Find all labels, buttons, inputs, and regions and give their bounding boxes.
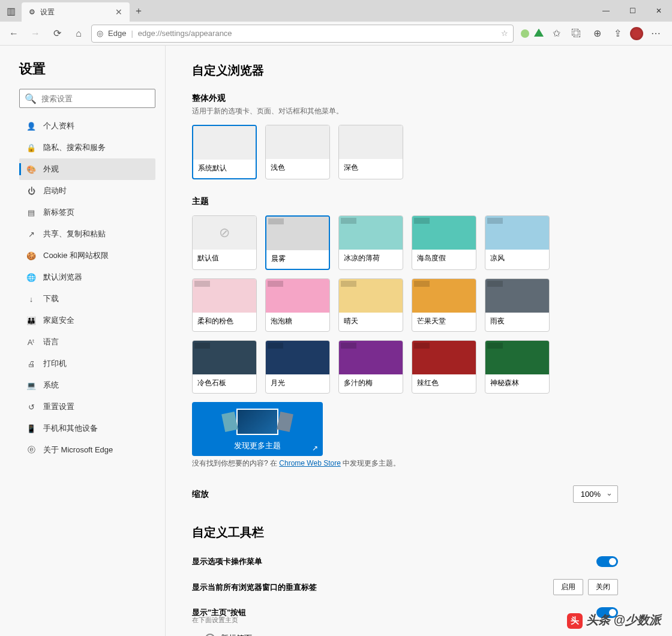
nav-newtab[interactable]: ▤新标签页 [19, 202, 155, 223]
nav-system[interactable]: 💻系统 [19, 374, 155, 396]
system-icon: 💻 [26, 381, 36, 390]
download-icon: ↓ [26, 295, 36, 304]
theme-card[interactable]: 雨夜 [485, 278, 550, 332]
theme-card[interactable]: 晨雾 [265, 215, 330, 270]
ext-dot-1[interactable] [521, 29, 529, 38]
theme-card[interactable]: 多汁的梅 [338, 340, 403, 394]
favorite-icon[interactable]: ☆ [501, 29, 508, 38]
extensions-icon[interactable]: ⊕ [589, 26, 605, 41]
nav-cookies[interactable]: 🍪Cookie 和网站权限 [19, 245, 155, 266]
search-icon: 🔍 [25, 93, 37, 104]
person-icon: 👤 [26, 122, 36, 131]
settings-title: 设置 [19, 60, 155, 78]
gear-icon: ⚙ [29, 8, 35, 16]
nav-default-browser[interactable]: 🌐默认浏览器 [19, 266, 155, 288]
nav-downloads[interactable]: ↓下载 [19, 288, 155, 310]
theme-help: 没有找到你想要的内容? 在 Chrome Web Store 中发现更多主题。 [192, 458, 618, 469]
power-icon: ⏻ [26, 187, 36, 196]
site-identity-icon: ◎ [97, 29, 103, 38]
minimize-button[interactable]: ― [593, 0, 619, 22]
lock-icon: 🔒 [26, 143, 36, 152]
theme-card[interactable]: 神秘森林 [485, 340, 550, 394]
cookie-icon: 🍪 [26, 251, 36, 260]
shield-icon[interactable] [534, 29, 544, 38]
theme-title: 主题 [192, 196, 618, 207]
language-icon: Aᵗ [26, 338, 36, 347]
forward-button[interactable]: → [26, 25, 44, 43]
nav-about[interactable]: ⓔ关于 Microsoft Edge [19, 439, 155, 461]
nav-reset[interactable]: ↺重置设置 [19, 396, 155, 418]
zoom-select[interactable]: 100% [573, 485, 618, 503]
share-icon[interactable]: ⇪ [610, 26, 625, 41]
edge-label: Edge [108, 29, 126, 38]
nav-family[interactable]: 👪家庭安全 [19, 310, 155, 331]
toolbar-heading: 自定义工具栏 [192, 524, 618, 541]
theme-card[interactable]: 柔和的粉色 [192, 278, 257, 332]
nav-language[interactable]: Aᵗ语言 [19, 331, 155, 353]
nav-appearance[interactable]: 🎨外观 [19, 158, 155, 180]
collections-icon[interactable]: ⿻ [569, 26, 584, 41]
tab-menu-toggle[interactable] [596, 556, 618, 567]
search-input[interactable] [41, 94, 150, 103]
browser-tab[interactable]: ⚙ 设置 ✕ [22, 2, 130, 22]
theme-card[interactable]: 海岛度假 [412, 215, 476, 270]
overall-title: 整体外观 [192, 93, 618, 104]
profile-avatar[interactable] [630, 27, 643, 40]
family-icon: 👪 [26, 316, 36, 325]
theme-card[interactable]: 冷色石板 [192, 340, 257, 394]
tab-icon: ▤ [26, 208, 36, 217]
theme-card[interactable]: 冰凉的薄荷 [338, 215, 403, 270]
enable-button[interactable]: 启用 [553, 579, 583, 595]
theme-card[interactable]: ⊘默认值 [192, 215, 257, 270]
more-icon[interactable]: ⋯ [648, 26, 664, 41]
page-heading: 自定义浏览器 [192, 62, 618, 79]
tab-title: 设置 [40, 7, 55, 17]
back-button[interactable]: ← [5, 25, 23, 43]
reset-icon: ↺ [26, 403, 36, 412]
theme-card[interactable]: 月光 [265, 340, 330, 394]
search-settings[interactable]: 🔍 [19, 89, 155, 108]
open-icon: ↗ [312, 444, 318, 452]
home-sub: 在下面设置主页 [192, 616, 618, 625]
zoom-title: 缩放 [192, 489, 209, 500]
theme-card[interactable]: 芒果天堂 [412, 278, 476, 332]
printer-icon: 🖨 [26, 359, 36, 368]
nav-privacy[interactable]: 🔒隐私、搜索和服务 [19, 137, 155, 158]
paint-icon: 🎨 [26, 165, 36, 174]
url-text: edge://settings/appearance [138, 29, 232, 38]
nav-startup[interactable]: ⏻启动时 [19, 180, 155, 202]
edge-icon: ⓔ [26, 445, 36, 455]
theme-card[interactable]: 凉风 [485, 215, 550, 270]
appearance-light[interactable]: 浅色 [265, 125, 330, 179]
appearance-dark[interactable]: 深色 [338, 125, 403, 179]
browser-icon: 🌐 [26, 273, 36, 282]
watermark: 头头条 @少数派 [567, 612, 661, 629]
nav-profile[interactable]: 👤个人资料 [19, 115, 155, 137]
tab-actions-icon[interactable]: ▥ [0, 0, 22, 22]
home-button[interactable]: ⌂ [70, 25, 88, 43]
nav-share[interactable]: ↗共享、复制和粘贴 [19, 223, 155, 245]
tab-menu-label: 显示选项卡操作菜单 [192, 556, 262, 567]
share-icon: ↗ [26, 230, 36, 239]
phone-icon: 📱 [26, 424, 36, 433]
close-button[interactable]: 关闭 [588, 579, 618, 595]
close-tab-icon[interactable]: ✕ [115, 7, 122, 17]
nav-printers[interactable]: 🖨打印机 [19, 353, 155, 374]
discover-more-themes[interactable]: 发现更多主题↗ [192, 402, 323, 456]
theme-card[interactable]: 辣红色 [412, 340, 476, 394]
chrome-web-store-link[interactable]: Chrome Web Store [279, 459, 341, 467]
refresh-button[interactable]: ⟳ [48, 25, 66, 43]
nav-devices[interactable]: 📱手机和其他设备 [19, 418, 155, 439]
overall-sub: 适用于新的选项卡、页面、对话框和其他菜单。 [192, 106, 618, 116]
radio-unchecked-icon [205, 634, 215, 636]
appearance-system-default[interactable]: 系统默认 [192, 125, 257, 179]
theme-card[interactable]: 晴天 [338, 278, 403, 332]
vertical-tabs-label: 显示当前所有浏览器窗口的垂直标签 [192, 582, 317, 593]
theme-card[interactable]: 泡泡糖 [265, 278, 330, 332]
address-bar[interactable]: ◎ Edge | edge://settings/appearance ☆ [91, 25, 514, 43]
close-window-button[interactable]: ✕ [646, 0, 672, 22]
favorites-icon[interactable]: ✩ [548, 26, 564, 41]
home-ntp-option[interactable]: 新标签页 [192, 629, 618, 636]
new-tab-button[interactable]: ＋ [130, 0, 148, 22]
maximize-button[interactable]: ☐ [619, 0, 646, 22]
